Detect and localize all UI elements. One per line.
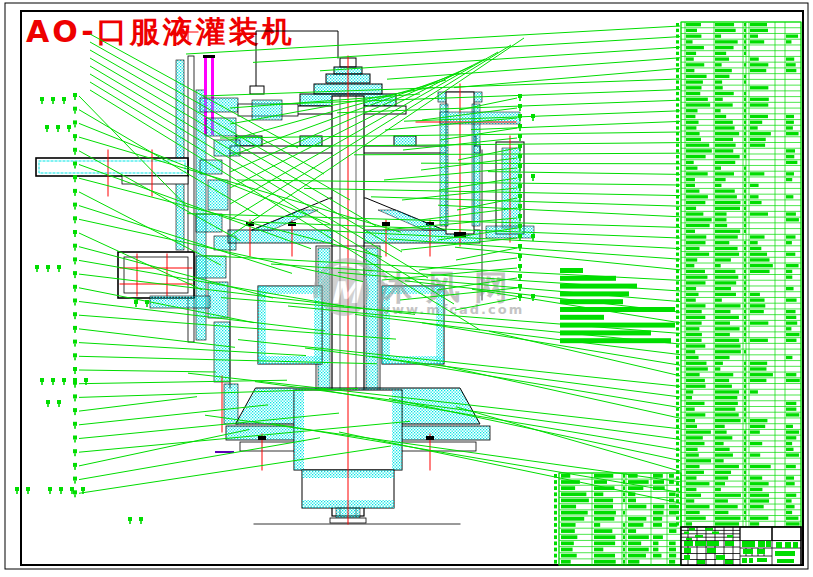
cell-text-bar bbox=[623, 499, 625, 503]
table-row bbox=[676, 362, 767, 365]
cell-text-bar bbox=[628, 541, 641, 545]
cell-text-bar bbox=[744, 103, 746, 106]
table-row bbox=[676, 258, 770, 261]
cell-text-bar bbox=[686, 402, 705, 405]
tick-mark bbox=[73, 299, 77, 303]
tick-stem bbox=[52, 101, 54, 104]
tick-stem bbox=[532, 298, 534, 301]
tick-stem bbox=[519, 198, 521, 201]
cell-text-bar bbox=[715, 430, 727, 433]
cell-text-bar bbox=[623, 474, 625, 478]
cell-text-bar bbox=[686, 264, 694, 267]
cell-text-bar bbox=[623, 554, 625, 558]
tb-text-bar bbox=[684, 541, 693, 546]
cell-text-bar bbox=[750, 465, 771, 468]
cell-text-bar bbox=[628, 486, 643, 490]
cell-text-bar bbox=[750, 63, 768, 66]
tick-stem bbox=[58, 404, 60, 407]
row-tick bbox=[676, 316, 679, 319]
cell-text-bar bbox=[744, 448, 746, 451]
tick-mark bbox=[531, 234, 535, 238]
cell-text-bar bbox=[786, 413, 799, 416]
cell-text-bar bbox=[715, 184, 721, 187]
cell-text-bar bbox=[686, 517, 706, 520]
cell-text-bar bbox=[744, 218, 746, 221]
tick-mark bbox=[531, 174, 535, 178]
cell-text-bar bbox=[786, 402, 796, 405]
tick-stem bbox=[85, 382, 87, 385]
cell-text-bar bbox=[750, 258, 770, 261]
tick-stem bbox=[519, 258, 521, 261]
cell-text-bar bbox=[744, 459, 746, 462]
cell-text-bar bbox=[786, 40, 791, 43]
tick-mark bbox=[134, 300, 138, 304]
cell-text-bar bbox=[750, 132, 771, 135]
cell-text-bar bbox=[715, 442, 724, 445]
tick-stem bbox=[135, 304, 137, 307]
cell-text-bar bbox=[715, 396, 737, 399]
cell-text-bar bbox=[750, 390, 758, 393]
cell-text-bar bbox=[686, 413, 705, 416]
tick-mark bbox=[73, 134, 77, 138]
tick-mark bbox=[73, 257, 77, 261]
cell-text-bar bbox=[750, 184, 759, 187]
note-line bbox=[560, 307, 675, 312]
tick-mark bbox=[73, 244, 77, 248]
row-tick bbox=[676, 396, 679, 399]
cell-text-bar bbox=[686, 207, 696, 210]
cell-text-bar bbox=[744, 517, 746, 520]
cell-text-bar bbox=[628, 535, 649, 539]
cell-text-bar bbox=[686, 390, 693, 393]
cell-text-bar bbox=[786, 298, 797, 301]
cell-text-bar bbox=[786, 253, 795, 256]
cell-text-bar bbox=[715, 258, 731, 261]
cell-text-bar bbox=[686, 52, 696, 55]
cell-text-bar bbox=[653, 505, 664, 509]
cell-text-bar bbox=[750, 367, 766, 370]
tick-mark bbox=[40, 97, 44, 101]
row-tick bbox=[676, 235, 679, 238]
cell-text-bar bbox=[750, 69, 766, 72]
tick-stem bbox=[60, 491, 62, 494]
cell-text-bar bbox=[715, 522, 739, 525]
cell-text-bar bbox=[686, 86, 702, 89]
tick-stem bbox=[519, 288, 521, 291]
tb-text-bar bbox=[697, 560, 705, 564]
row-tick bbox=[554, 517, 557, 521]
tick-stem bbox=[74, 220, 76, 223]
cell-text-bar bbox=[715, 287, 731, 290]
cell-text-bar bbox=[750, 298, 765, 301]
cell-text-bar bbox=[715, 390, 739, 393]
tick-stem bbox=[74, 207, 76, 210]
cell-text-bar bbox=[744, 379, 746, 382]
row-tick bbox=[676, 505, 679, 508]
tick-mark bbox=[73, 271, 77, 275]
title-block bbox=[681, 527, 801, 565]
cell-text-bar bbox=[715, 488, 721, 491]
cell-text-bar bbox=[686, 459, 711, 462]
tick-mark bbox=[73, 477, 77, 481]
tick-stem bbox=[82, 491, 84, 494]
table-row bbox=[676, 419, 767, 422]
cell-text-bar bbox=[715, 149, 733, 152]
cell-text-bar bbox=[744, 304, 746, 307]
cell-text-bar bbox=[786, 161, 797, 164]
row-tick bbox=[676, 287, 679, 290]
tick-stem bbox=[74, 481, 76, 484]
row-tick bbox=[554, 480, 557, 484]
note-line bbox=[560, 276, 616, 281]
cell-text-bar bbox=[744, 367, 746, 370]
row-tick bbox=[676, 321, 679, 324]
cell-text-bar bbox=[786, 522, 800, 525]
cell-text-bar bbox=[786, 149, 795, 152]
tick-stem bbox=[74, 330, 76, 333]
watermark-url: www.mfcad.com bbox=[378, 302, 524, 317]
cell-text-bar bbox=[561, 517, 584, 521]
tick-stem bbox=[519, 238, 521, 241]
tick-mark bbox=[35, 265, 39, 269]
cell-text-bar bbox=[744, 350, 746, 353]
cell-text-bar bbox=[669, 548, 676, 552]
cell-text-bar bbox=[715, 201, 741, 204]
cell-text-bar bbox=[686, 499, 694, 502]
tick-mark bbox=[518, 174, 522, 178]
